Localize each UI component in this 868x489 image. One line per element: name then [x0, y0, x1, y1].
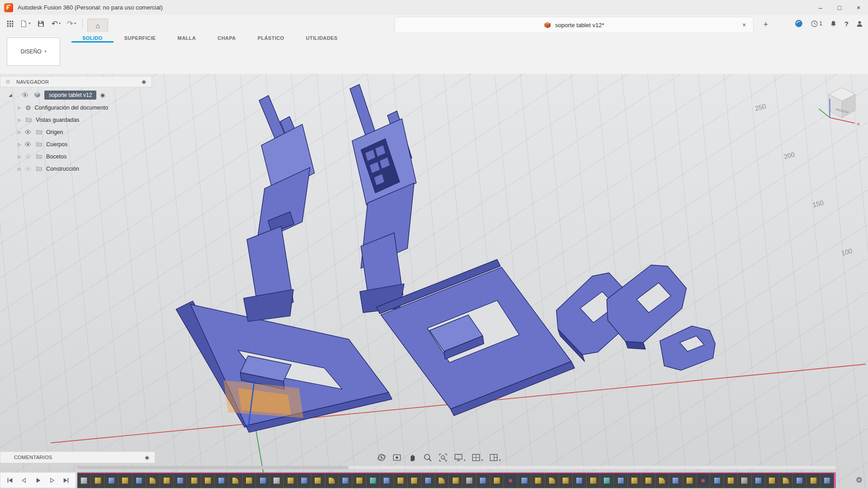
timeline-feature-sketch[interactable]	[587, 473, 600, 488]
tab-plastico[interactable]: PLÁSTICO	[247, 34, 295, 43]
timeline-feature-sketch[interactable]	[352, 473, 366, 488]
activate-component-radio[interactable]: ◉	[100, 92, 104, 98]
minimize-button[interactable]: –	[811, 0, 830, 15]
expand-closed-icon[interactable]: ▷	[16, 130, 23, 134]
skip-to-start-button[interactable]	[4, 475, 16, 486]
display-settings-button[interactable]: ▾	[454, 453, 465, 462]
maximize-button[interactable]: □	[830, 0, 849, 15]
tree-row-construction[interactable]: ▷ Construcción	[0, 163, 154, 175]
timeline-position-marker[interactable]	[834, 473, 836, 488]
timeline-feature-extrude[interactable]	[793, 473, 806, 488]
timeline-feature-fillet[interactable]	[655, 473, 669, 488]
timeline-feature-sketch[interactable]	[641, 473, 655, 488]
timeline-feature-box[interactable]	[270, 473, 284, 488]
timeline-feature-extrude[interactable]	[256, 473, 270, 488]
timeline-feature-sketch[interactable]	[311, 473, 325, 488]
timeline-feature-move[interactable]	[463, 473, 476, 488]
timeline-feature-extrude[interactable]	[476, 473, 490, 488]
timeline-feature-sketch[interactable]	[201, 473, 215, 488]
new-tab-button[interactable]: +	[760, 19, 772, 30]
timeline-feature-box[interactable]	[77, 473, 91, 488]
tree-row-doc-settings[interactable]: ▷ ⚙ Configuración del documento	[0, 101, 154, 114]
tab-superficie[interactable]: SUPERFICIE	[114, 34, 167, 43]
tree-item-label[interactable]: Vistas guardadas	[36, 117, 79, 123]
timeline-feature-extrude[interactable]	[339, 473, 352, 488]
timeline-feature-extrude[interactable]	[174, 473, 187, 488]
step-back-button[interactable]	[18, 475, 30, 486]
navigator-header[interactable]: NAVEGADOR ◉	[0, 76, 152, 87]
comments-panel-header[interactable]: COMENTARIOS ◉	[0, 451, 155, 463]
expand-closed-icon[interactable]: ▷	[16, 167, 23, 171]
orbit-button[interactable]	[377, 453, 386, 462]
document-tab[interactable]: soporte tablet v12* ×	[394, 17, 754, 33]
file-menu-button[interactable]: ▾	[19, 17, 32, 30]
tab-solido[interactable]: SOLIDO	[71, 34, 114, 43]
timeline-feature-extrude[interactable]	[821, 473, 834, 488]
expand-closed-icon[interactable]: ▷	[16, 118, 23, 122]
tree-item-label[interactable]: Configuración del documento	[35, 105, 109, 111]
timeline-feature-sketch[interactable]	[242, 473, 256, 488]
timeline-feature-sketch[interactable]	[91, 473, 104, 488]
tab-chapa[interactable]: CHAPA	[207, 34, 247, 43]
timeline-feature-sketch[interactable]	[559, 473, 573, 488]
timeline-settings-gear-icon[interactable]: ⚙	[856, 475, 863, 485]
visibility-eye-icon[interactable]	[24, 141, 31, 148]
grid-settings-button[interactable]: ▾	[471, 453, 483, 462]
timeline-feature-sketch[interactable]	[531, 473, 545, 488]
visibility-off-eye-icon[interactable]	[24, 153, 31, 160]
timeline-feature-sketch[interactable]	[284, 473, 297, 488]
timeline-feature-move[interactable]	[738, 473, 751, 488]
tree-item-label[interactable]: Cuerpos	[46, 141, 67, 148]
timeline-feature-extrude[interactable]	[752, 473, 765, 488]
timeline-feature-fillet[interactable]	[545, 473, 559, 488]
timeline-scrollbar-thumb[interactable]	[77, 466, 349, 469]
timeline-feature-hole[interactable]	[697, 473, 710, 488]
timeline-feature-extrude[interactable]	[380, 473, 394, 488]
timeline-feature-sketch[interactable]	[806, 473, 820, 488]
timeline-feature-sketch[interactable]	[683, 473, 697, 488]
timeline-feature-fillet[interactable]	[229, 473, 242, 488]
zoom-button[interactable]	[423, 453, 432, 462]
timeline-feature-extrude[interactable]	[669, 473, 683, 488]
panel-toggle-icon[interactable]: ◉	[142, 79, 146, 85]
tree-row-sketches[interactable]: ▷ Bocetos	[0, 150, 154, 163]
timeline-feature-sketch[interactable]	[724, 473, 738, 488]
collapse-panel-icon[interactable]	[5, 79, 11, 85]
visibility-eye-icon[interactable]	[22, 91, 28, 98]
timeline-feature-extrude[interactable]	[614, 473, 627, 488]
timeline-feature-sketch[interactable]	[490, 473, 504, 488]
viewports-button[interactable]: ▾	[489, 453, 501, 462]
expand-closed-icon[interactable]: ▷	[16, 105, 23, 110]
profile-button[interactable]	[856, 20, 863, 28]
root-document-label[interactable]: soporte tablet v12	[44, 91, 96, 100]
redo-button[interactable]: ↷▾	[65, 17, 78, 30]
timeline-feature-sketch[interactable]	[394, 473, 408, 488]
timeline-feature-extrude[interactable]	[710, 473, 724, 488]
tab-malla[interactable]: MALLA	[167, 34, 207, 43]
visibility-eye-icon[interactable]	[24, 129, 31, 135]
timeline-feature-sketch[interactable]	[408, 473, 421, 488]
timeline-feature-sketch[interactable]	[765, 473, 779, 488]
timeline-feature-sketch[interactable]	[187, 473, 201, 488]
tree-row-root[interactable]: ◢ soporte tablet v12 ◉	[0, 89, 154, 101]
close-document-button[interactable]: ×	[740, 21, 749, 29]
play-button[interactable]	[32, 475, 44, 486]
timeline-feature-hole[interactable]	[504, 473, 517, 488]
timeline-feature-extrude[interactable]	[298, 473, 311, 488]
tree-row-origin[interactable]: ▷ Origen	[0, 126, 154, 138]
fit-button[interactable]	[438, 453, 448, 462]
panel-toggle-icon[interactable]: ◉	[145, 455, 149, 460]
timeline-feature-sketch[interactable]	[628, 473, 641, 488]
timeline-feature-sketch[interactable]	[160, 473, 174, 488]
tree-item-label[interactable]: Bocetos	[46, 153, 66, 160]
timeline-feature-extrude[interactable]	[518, 473, 531, 488]
tab-utilidades[interactable]: UTILIDADES	[295, 34, 348, 43]
history-button[interactable]: 1	[811, 20, 822, 28]
app-grid-button[interactable]	[4, 17, 16, 30]
expand-closed-icon[interactable]: ▷	[16, 154, 23, 159]
timeline-feature-extrude[interactable]	[133, 473, 146, 488]
help-button[interactable]: ?	[844, 20, 849, 28]
look-at-button[interactable]	[392, 453, 402, 462]
timeline-feature-sketch[interactable]	[119, 473, 132, 488]
tree-row-bodies[interactable]: ▷ Cuerpos	[0, 138, 154, 150]
